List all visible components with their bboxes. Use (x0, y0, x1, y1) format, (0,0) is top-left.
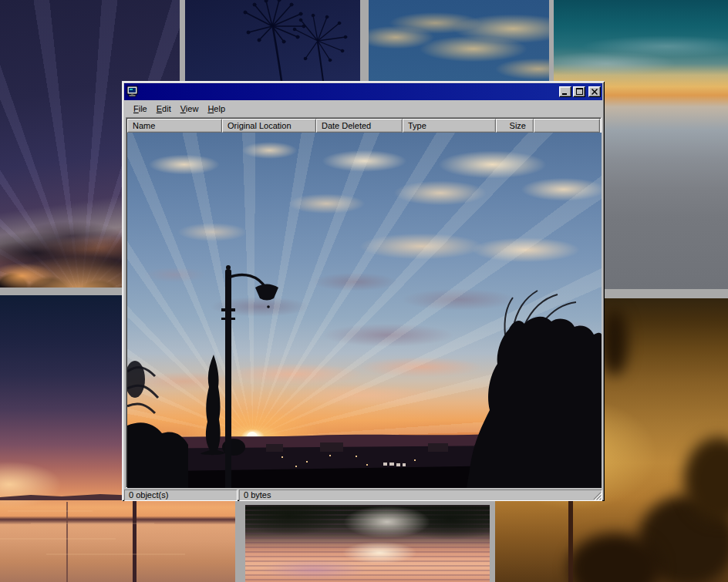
resize-grip-icon[interactable] (592, 490, 602, 500)
column-header-size[interactable]: Size (496, 119, 534, 133)
client-area-photo-lamp-sunset (127, 133, 602, 488)
application-icon (126, 86, 139, 98)
minimize-icon (562, 88, 568, 95)
window-titlebar[interactable] (124, 83, 602, 100)
status-bytes: 0 bytes (239, 489, 602, 501)
column-header-original-location[interactable]: Original Location (222, 119, 316, 133)
maximize-button[interactable] (573, 86, 585, 97)
status-bytes-text: 0 bytes (244, 490, 271, 500)
menu-edit[interactable]: Edit (152, 102, 176, 116)
menu-file[interactable]: File (129, 102, 152, 116)
close-icon (592, 89, 598, 95)
pole-silhouette (568, 500, 573, 582)
photo-silhouettes (127, 133, 602, 488)
maximize-icon (576, 88, 583, 95)
minimize-button[interactable] (559, 86, 571, 97)
wallpaper-tile-water-reflection (245, 505, 490, 582)
status-objects: 0 object(s) (124, 489, 238, 501)
column-header-blank[interactable] (534, 119, 600, 133)
status-bar: 0 object(s) 0 bytes (124, 489, 602, 501)
desktop: File Edit View Help Name Original Locati… (0, 0, 728, 582)
file-list-area[interactable]: Name Original Location Date Deleted Type… (126, 117, 602, 488)
menu-help[interactable]: Help (203, 102, 230, 116)
menu-bar: File Edit View Help (124, 101, 602, 116)
column-header-date-deleted[interactable]: Date Deleted (316, 119, 403, 133)
blurred-tree-silhouette (602, 309, 628, 375)
column-header-name[interactable]: Name (127, 119, 222, 133)
column-headers: Name Original Location Date Deleted Type… (127, 119, 600, 133)
column-header-type[interactable]: Type (403, 119, 496, 133)
close-button[interactable] (588, 86, 601, 97)
menu-view[interactable]: View (176, 102, 204, 116)
recycle-bin-window: File Edit View Help Name Original Locati… (122, 81, 605, 501)
